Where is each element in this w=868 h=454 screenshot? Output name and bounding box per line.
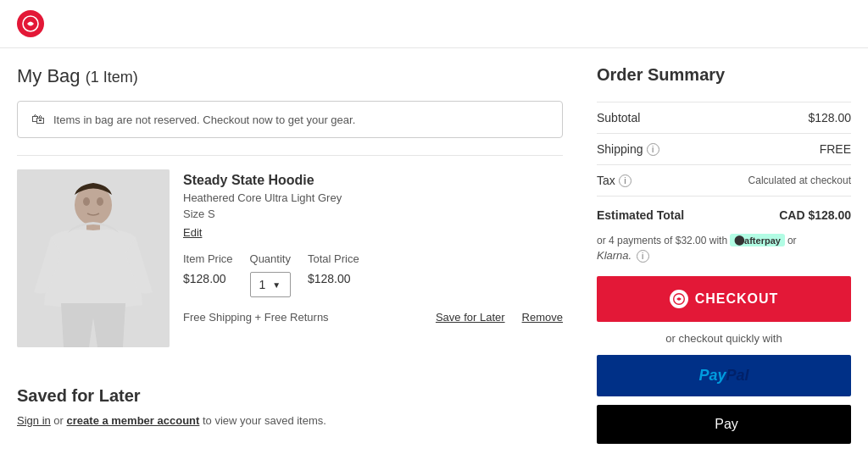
bag-icon: 🛍	[31, 112, 45, 127]
saved-text: Sign in or create a member account to vi…	[17, 414, 563, 427]
or-separator: or	[787, 235, 797, 246]
klarna-text: Klarna. i	[597, 249, 649, 263]
svg-point-5	[97, 197, 103, 206]
apple-pay-button[interactable]: Pay	[597, 405, 851, 444]
product-image-svg	[17, 169, 170, 347]
pricing-row: Item Price $128.00 Quantity 1 ▼ Total Pr…	[183, 252, 563, 297]
estimated-total-row: Estimated Total CAD $128.00	[597, 197, 851, 234]
order-summary-title: Order Summary	[597, 65, 851, 85]
klarna-info-icon[interactable]: i	[637, 250, 649, 263]
paypal-button[interactable]: PayPal	[597, 355, 851, 396]
item-price-label: Item Price	[183, 252, 233, 265]
afterpay-text: or 4 payments of $32.00 with ⬤ afterpay …	[597, 234, 851, 263]
saved-for-later-section: Saved for Later Sign in or create a memb…	[17, 386, 563, 427]
subtotal-value: $128.00	[808, 111, 851, 125]
saved-title: Saved for Later	[17, 386, 563, 406]
shipping-info-icon[interactable]: i	[647, 143, 659, 156]
page-title: My Bag (1 Item)	[17, 65, 563, 87]
tax-value: Calculated at checkout	[748, 174, 851, 186]
product-image	[17, 169, 170, 347]
bag-section: My Bag (1 Item) 🛍 Items in bag are not r…	[17, 65, 563, 444]
logo-icon	[22, 15, 39, 32]
sign-in-link[interactable]: Sign in	[17, 414, 51, 427]
item-price-value: $128.00	[183, 272, 233, 285]
quantity-value: 1	[259, 278, 266, 291]
main-layout: My Bag (1 Item) 🛍 Items in bag are not r…	[0, 48, 868, 454]
quantity-col: Quantity 1 ▼	[250, 252, 291, 297]
product-details: Steady State Hoodie Heathered Core Ultra…	[183, 169, 563, 347]
item-price-col: Item Price $128.00	[183, 252, 233, 285]
order-summary-section: Order Summary Subtotal $128.00 Shipping …	[597, 65, 851, 444]
subtotal-row: Subtotal $128.00	[597, 102, 851, 134]
free-shipping-text: Free Shipping + Free Returns	[183, 311, 419, 324]
checkout-button[interactable]: CHECKOUT	[597, 276, 851, 322]
applepay-label: Pay	[715, 417, 738, 432]
afterpay-description: or 4 payments of $32.00 with	[597, 235, 727, 246]
tax-info-icon[interactable]: i	[619, 174, 632, 187]
product-footer: Free Shipping + Free Returns Save for La…	[183, 311, 563, 324]
quantity-label: Quantity	[250, 252, 291, 265]
estimated-value: CAD $128.00	[779, 208, 851, 222]
checkout-logo-icon	[673, 293, 685, 305]
bag-notice-text: Items in bag are not reserved. Checkout …	[53, 114, 355, 126]
subtotal-label: Subtotal	[597, 111, 640, 125]
shipping-row: Shipping i FREE	[597, 134, 851, 165]
tax-label: Tax i	[597, 174, 632, 187]
bag-item-count: (1 Item)	[86, 69, 138, 86]
quantity-selector[interactable]: 1 ▼	[250, 272, 291, 297]
create-account-link[interactable]: create a member account	[67, 414, 200, 427]
klarna-label: Klarna.	[597, 249, 632, 262]
header	[0, 0, 868, 48]
remove-link[interactable]: Remove	[522, 311, 563, 324]
qty-chevron-icon: ▼	[272, 280, 281, 290]
svg-point-4	[83, 197, 90, 206]
product-row: Steady State Hoodie Heathered Core Ultra…	[17, 155, 563, 361]
tax-row: Tax i Calculated at checkout	[597, 165, 851, 197]
afterpay-icon: ⬤	[734, 235, 744, 246]
shipping-value: FREE	[820, 142, 851, 156]
paypal-label: PayPal	[698, 367, 748, 385]
product-color: Heathered Core Ultra Light Grey	[183, 191, 563, 204]
afterpay-badge: ⬤ afterpay	[730, 234, 785, 246]
product-size: Size S	[183, 208, 563, 220]
afterpay-label: afterpay	[744, 235, 781, 246]
total-price-value: $128.00	[308, 272, 359, 285]
total-price-label: Total Price	[308, 252, 359, 265]
save-for-later-link[interactable]: Save for Later	[436, 311, 505, 324]
shipping-label: Shipping i	[597, 142, 659, 156]
bag-notice: 🛍 Items in bag are not reserved. Checkou…	[17, 101, 563, 138]
lululemon-logo[interactable]	[17, 10, 44, 37]
estimated-label: Estimated Total	[597, 208, 684, 222]
checkout-label: CHECKOUT	[695, 291, 779, 307]
shipping-label-text: Shipping	[597, 142, 643, 156]
edit-link[interactable]: Edit	[183, 226, 202, 239]
or-checkout-text: or checkout quickly with	[597, 332, 851, 345]
tax-label-text: Tax	[597, 174, 615, 187]
product-name: Steady State Hoodie	[183, 173, 563, 188]
total-price-col: Total Price $128.00	[308, 252, 359, 285]
bag-title-text: My Bag	[17, 65, 81, 86]
checkout-logo	[670, 290, 688, 308]
